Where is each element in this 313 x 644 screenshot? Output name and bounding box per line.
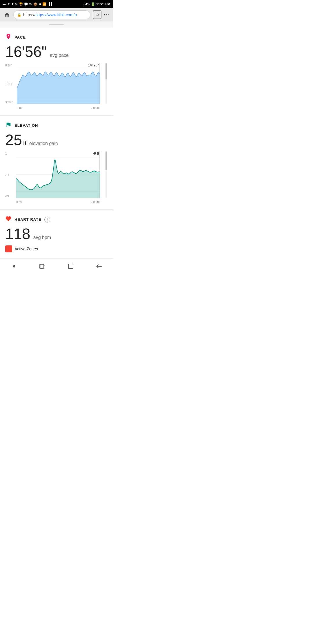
zone-label: Active Zones [14, 247, 38, 251]
scroll-pill [49, 24, 64, 25]
scroll-indicator [0, 21, 113, 28]
trophy-icon: 🏆 [19, 2, 23, 6]
more-button[interactable]: ⋮ [103, 12, 110, 18]
heart-rate-header: HEART RATE ? [5, 216, 108, 223]
browser-bar: 🔒 https://https://www.fitbit.com/a :D ⋮ [0, 8, 113, 21]
nav-square-button[interactable] [63, 262, 78, 271]
time-display: 11:26 PM [96, 2, 110, 6]
heart-icon [5, 216, 12, 223]
gmail-icon: M [15, 2, 18, 6]
bluetooth-icon: ✱ [39, 2, 41, 6]
elevation-scrollbar-thumb [105, 151, 107, 170]
elevation-scrollbar[interactable] [105, 151, 107, 198]
elevation-title: ELEVATION [14, 123, 38, 128]
elevation-y-labels: 1 -11 -24 [5, 151, 16, 198]
pace-chart-tooltip: 14' 25" [88, 63, 99, 67]
pace-icon [5, 33, 12, 41]
elevation-stat-row: 25 ft elevation gain [5, 132, 108, 147]
elevation-chart-svg [16, 151, 100, 198]
pace-chart-container: 8'34" 19'17" 30'00" 14' 25" [5, 63, 108, 110]
nav-icon: ⬆ [8, 2, 10, 6]
url-text: https://https://www.fitbit.com/a [23, 12, 77, 17]
battery-level: 84% [83, 2, 90, 6]
heart-rate-title: HEART RATE [14, 217, 41, 222]
nav-dot-button[interactable] [7, 262, 21, 271]
elevation-sublabel: elevation gain [29, 141, 58, 146]
nav-icon2: ⬆ [11, 2, 14, 6]
heart-rate-unit: avg bpm [33, 235, 51, 240]
home-button[interactable] [3, 11, 11, 19]
pace-scrollbar-thumb [105, 63, 107, 79]
bottom-nav [0, 258, 113, 274]
pace-y-labels: 8'34" 19'17" 30'00" [5, 63, 16, 104]
pace-x-labels: 0 mi 2.08 mi [17, 106, 100, 110]
pace-section: PACE 16'56" avg pace 8'34" 19'17" 30'00" [0, 28, 113, 116]
elevation-unit-ft: ft [23, 140, 26, 146]
lock-icon: 🔒 [17, 13, 21, 17]
elevation-chart-tooltip: -9 ft [93, 151, 99, 155]
svg-rect-9 [40, 264, 44, 268]
elevation-section: ELEVATION 25 ft elevation gain 1 -11 -24 [0, 116, 113, 210]
status-right: 84% 🔋 11:26 PM [83, 2, 110, 6]
battery-icon: 🔋 [91, 2, 95, 6]
elevation-value: 25 [5, 132, 22, 147]
url-bar[interactable]: 🔒 https://https://www.fitbit.com/a [13, 10, 90, 19]
pace-title: PACE [14, 35, 26, 39]
signal-icon: ▐▐ [48, 2, 52, 6]
pace-value: 16'56" [5, 44, 47, 59]
wifi-icon: 📶 [42, 2, 46, 6]
msg-icon: 💬 [24, 2, 28, 6]
elevation-icon [5, 122, 12, 129]
pace-chart-svg [17, 63, 100, 104]
status-icons: ••• ⬆ ⬆ M 🏆 💬 W 📦 ✱ 📶 ▐▐ [3, 2, 52, 6]
nav-back-button[interactable] [92, 262, 106, 271]
heart-rate-stat-row: 118 avg bpm [5, 226, 108, 241]
nav-tabs-button[interactable] [35, 262, 50, 271]
notification-dots: ••• [3, 2, 6, 6]
heart-rate-section: HEART RATE ? 118 avg bpm Active Zones [0, 210, 113, 258]
elevation-header: ELEVATION [5, 122, 108, 129]
svg-rect-11 [68, 264, 73, 269]
w-icon: W [29, 2, 32, 6]
tab-button[interactable]: :D [93, 10, 101, 19]
heart-rate-badge-row: Active Zones [5, 245, 108, 252]
pace-unit: avg pace [50, 53, 69, 58]
elevation-chart-container: 1 -11 -24 -9 ft 2.08 [5, 151, 108, 204]
elevation-x-labels: 0 mi 2.08 mi [16, 200, 100, 204]
zone-badge [5, 245, 12, 252]
svg-point-8 [13, 265, 15, 267]
help-button[interactable]: ? [44, 217, 50, 222]
status-bar: ••• ⬆ ⬆ M 🏆 💬 W 📦 ✱ 📶 ▐▐ 84% 🔋 11:26 PM [0, 0, 113, 8]
pace-scrollbar[interactable] [105, 63, 107, 104]
pace-header: PACE [5, 33, 108, 41]
heart-rate-value: 118 [5, 226, 30, 241]
pkg-icon: 📦 [33, 2, 37, 6]
page-content: PACE 16'56" avg pace 8'34" 19'17" 30'00" [0, 28, 113, 258]
pace-stat-row: 16'56" avg pace [5, 44, 108, 59]
